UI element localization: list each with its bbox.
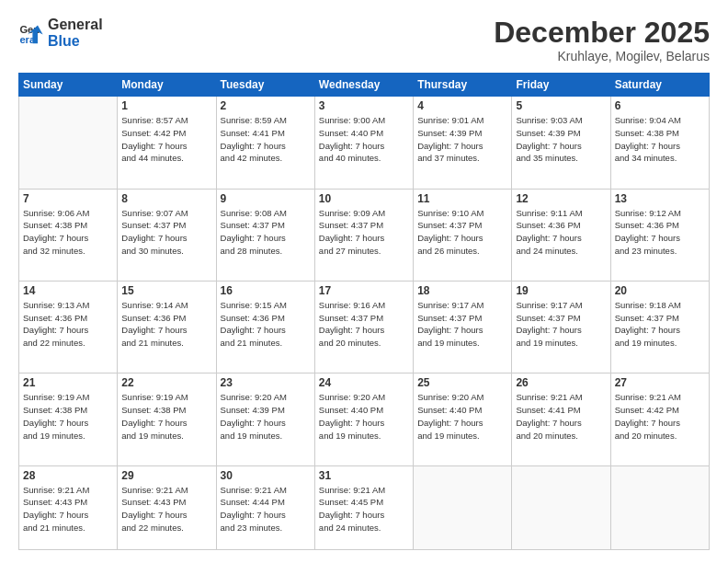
calendar-cell: 11Sunrise: 9:10 AM Sunset: 4:37 PM Dayli… xyxy=(414,189,512,281)
day-number: 15 xyxy=(121,284,211,297)
day-info: Sunrise: 9:12 AM Sunset: 4:36 PM Dayligh… xyxy=(615,207,705,258)
day-number: 7 xyxy=(23,192,113,205)
calendar-week-4: 21Sunrise: 9:19 AM Sunset: 4:38 PM Dayli… xyxy=(19,373,710,465)
calendar-cell: 4Sunrise: 9:01 AM Sunset: 4:39 PM Daylig… xyxy=(414,97,512,189)
day-number: 2 xyxy=(221,99,311,112)
day-info: Sunrise: 9:21 AM Sunset: 4:41 PM Dayligh… xyxy=(516,391,606,442)
day-info: Sunrise: 9:15 AM Sunset: 4:36 PM Dayligh… xyxy=(221,299,311,350)
weekday-monday: Monday xyxy=(118,74,216,97)
day-info: Sunrise: 9:21 AM Sunset: 4:43 PM Dayligh… xyxy=(23,484,113,534)
day-info: Sunrise: 9:11 AM Sunset: 4:36 PM Dayligh… xyxy=(516,207,606,258)
weekday-wednesday: Wednesday xyxy=(314,74,413,97)
day-info: Sunrise: 9:19 AM Sunset: 4:38 PM Dayligh… xyxy=(121,391,211,442)
calendar-cell: 2Sunrise: 8:59 AM Sunset: 4:41 PM Daylig… xyxy=(216,97,314,189)
day-number: 29 xyxy=(121,469,211,482)
day-info: Sunrise: 9:20 AM Sunset: 4:39 PM Dayligh… xyxy=(221,391,311,442)
day-number: 17 xyxy=(319,284,409,297)
day-number: 25 xyxy=(417,376,507,389)
day-info: Sunrise: 9:21 AM Sunset: 4:45 PM Dayligh… xyxy=(319,484,409,534)
calendar-cell: 21Sunrise: 9:19 AM Sunset: 4:38 PM Dayli… xyxy=(19,373,118,465)
day-number: 13 xyxy=(615,192,705,205)
calendar-cell: 17Sunrise: 9:16 AM Sunset: 4:37 PM Dayli… xyxy=(314,281,413,373)
calendar-cell: 13Sunrise: 9:12 AM Sunset: 4:36 PM Dayli… xyxy=(610,189,709,281)
day-info: Sunrise: 9:07 AM Sunset: 4:37 PM Dayligh… xyxy=(121,207,211,258)
calendar-cell xyxy=(19,97,118,189)
calendar-cell: 6Sunrise: 9:04 AM Sunset: 4:38 PM Daylig… xyxy=(610,97,709,189)
day-info: Sunrise: 9:10 AM Sunset: 4:37 PM Dayligh… xyxy=(417,207,507,258)
calendar-cell: 29Sunrise: 9:21 AM Sunset: 4:43 PM Dayli… xyxy=(118,465,216,549)
day-number: 16 xyxy=(221,284,311,297)
day-number: 11 xyxy=(417,192,507,205)
calendar-cell: 19Sunrise: 9:17 AM Sunset: 4:37 PM Dayli… xyxy=(512,281,610,373)
title-block: December 2025 Kruhlaye, Mogilev, Belarus xyxy=(494,17,710,63)
day-number: 28 xyxy=(23,469,113,482)
day-info: Sunrise: 9:19 AM Sunset: 4:38 PM Dayligh… xyxy=(23,391,113,442)
day-info: Sunrise: 9:08 AM Sunset: 4:37 PM Dayligh… xyxy=(221,207,311,258)
day-info: Sunrise: 8:57 AM Sunset: 4:42 PM Dayligh… xyxy=(121,114,211,165)
day-number: 22 xyxy=(121,376,211,389)
day-number: 23 xyxy=(221,376,311,389)
calendar-cell: 15Sunrise: 9:14 AM Sunset: 4:36 PM Dayli… xyxy=(118,281,216,373)
logo-icon: Gen eral xyxy=(18,20,44,46)
day-number: 20 xyxy=(615,284,705,297)
day-info: Sunrise: 9:04 AM Sunset: 4:38 PM Dayligh… xyxy=(615,114,705,165)
day-number: 5 xyxy=(516,99,606,112)
logo: Gen eral General Blue xyxy=(18,17,103,49)
calendar-cell xyxy=(512,465,610,549)
calendar-cell: 16Sunrise: 9:15 AM Sunset: 4:36 PM Dayli… xyxy=(216,281,314,373)
day-info: Sunrise: 8:59 AM Sunset: 4:41 PM Dayligh… xyxy=(221,114,311,165)
calendar-cell: 18Sunrise: 9:17 AM Sunset: 4:37 PM Dayli… xyxy=(414,281,512,373)
calendar-cell: 28Sunrise: 9:21 AM Sunset: 4:43 PM Dayli… xyxy=(19,465,118,549)
calendar-cell: 9Sunrise: 9:08 AM Sunset: 4:37 PM Daylig… xyxy=(216,189,314,281)
day-number: 3 xyxy=(319,99,409,112)
calendar-week-3: 14Sunrise: 9:13 AM Sunset: 4:36 PM Dayli… xyxy=(19,281,710,373)
day-info: Sunrise: 9:21 AM Sunset: 4:42 PM Dayligh… xyxy=(615,391,705,442)
calendar-table: SundayMondayTuesdayWednesdayThursdayFrid… xyxy=(18,73,710,550)
day-number: 10 xyxy=(319,192,409,205)
day-number: 6 xyxy=(615,99,705,112)
weekday-sunday: Sunday xyxy=(19,74,118,97)
logo-text-line1: General xyxy=(48,17,103,33)
calendar-cell: 24Sunrise: 9:20 AM Sunset: 4:40 PM Dayli… xyxy=(314,373,413,465)
day-number: 4 xyxy=(417,99,507,112)
day-info: Sunrise: 9:18 AM Sunset: 4:37 PM Dayligh… xyxy=(615,299,705,350)
day-info: Sunrise: 9:03 AM Sunset: 4:39 PM Dayligh… xyxy=(516,114,606,165)
calendar-cell: 1Sunrise: 8:57 AM Sunset: 4:42 PM Daylig… xyxy=(118,97,216,189)
calendar-cell: 8Sunrise: 9:07 AM Sunset: 4:37 PM Daylig… xyxy=(118,189,216,281)
day-number: 8 xyxy=(121,192,211,205)
calendar-cell xyxy=(414,465,512,549)
calendar-cell: 23Sunrise: 9:20 AM Sunset: 4:39 PM Dayli… xyxy=(216,373,314,465)
day-number: 12 xyxy=(516,192,606,205)
calendar-cell: 7Sunrise: 9:06 AM Sunset: 4:38 PM Daylig… xyxy=(19,189,118,281)
weekday-friday: Friday xyxy=(512,74,610,97)
day-info: Sunrise: 9:01 AM Sunset: 4:39 PM Dayligh… xyxy=(417,114,507,165)
calendar-cell xyxy=(610,465,709,549)
day-info: Sunrise: 9:21 AM Sunset: 4:43 PM Dayligh… xyxy=(121,484,211,534)
day-info: Sunrise: 9:20 AM Sunset: 4:40 PM Dayligh… xyxy=(319,391,409,442)
day-number: 1 xyxy=(121,99,211,112)
day-info: Sunrise: 9:00 AM Sunset: 4:40 PM Dayligh… xyxy=(319,114,409,165)
day-number: 21 xyxy=(23,376,113,389)
calendar-cell: 22Sunrise: 9:19 AM Sunset: 4:38 PM Dayli… xyxy=(118,373,216,465)
calendar-cell: 27Sunrise: 9:21 AM Sunset: 4:42 PM Dayli… xyxy=(610,373,709,465)
day-info: Sunrise: 9:06 AM Sunset: 4:38 PM Dayligh… xyxy=(23,207,113,258)
day-number: 9 xyxy=(221,192,311,205)
calendar-week-5: 28Sunrise: 9:21 AM Sunset: 4:43 PM Dayli… xyxy=(19,465,710,549)
calendar-cell: 10Sunrise: 9:09 AM Sunset: 4:37 PM Dayli… xyxy=(314,189,413,281)
day-number: 27 xyxy=(615,376,705,389)
location-subtitle: Kruhlaye, Mogilev, Belarus xyxy=(494,49,710,63)
weekday-thursday: Thursday xyxy=(414,74,512,97)
day-number: 24 xyxy=(319,376,409,389)
calendar-cell: 31Sunrise: 9:21 AM Sunset: 4:45 PM Dayli… xyxy=(314,465,413,549)
day-number: 26 xyxy=(516,376,606,389)
calendar-cell: 14Sunrise: 9:13 AM Sunset: 4:36 PM Dayli… xyxy=(19,281,118,373)
logo-text-line2: Blue xyxy=(48,33,103,50)
header: Gen eral General Blue December 2025 Kruh… xyxy=(18,17,710,63)
calendar-cell: 25Sunrise: 9:20 AM Sunset: 4:40 PM Dayli… xyxy=(414,373,512,465)
day-number: 14 xyxy=(23,284,113,297)
day-number: 19 xyxy=(516,284,606,297)
calendar-cell: 20Sunrise: 9:18 AM Sunset: 4:37 PM Dayli… xyxy=(610,281,709,373)
weekday-saturday: Saturday xyxy=(610,74,709,97)
calendar-cell: 5Sunrise: 9:03 AM Sunset: 4:39 PM Daylig… xyxy=(512,97,610,189)
calendar-cell: 26Sunrise: 9:21 AM Sunset: 4:41 PM Dayli… xyxy=(512,373,610,465)
